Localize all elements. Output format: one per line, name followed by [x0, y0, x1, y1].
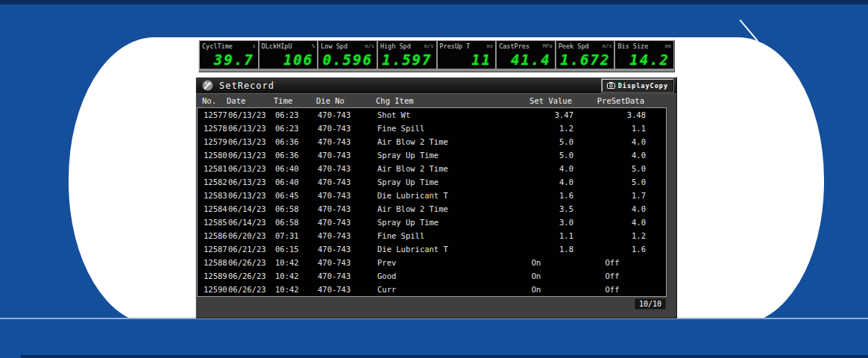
metric-unit: ms — [487, 43, 493, 49]
table-row[interactable]: 1258306/13/2306:45470-743Die Lubricant T… — [198, 189, 666, 202]
table-cell: 3.5 — [499, 202, 573, 216]
table-row[interactable]: 1258106/13/2306:40470-743Air Blow 2 Time… — [198, 162, 666, 175]
metric-value: 0.596 — [323, 51, 373, 68]
table-cell: 12579 — [204, 135, 230, 148]
metric-unit: m/s — [424, 43, 434, 49]
table-cell: On — [499, 269, 573, 283]
table-cell: Off — [579, 269, 646, 283]
table-row[interactable]: 1258606/20/2307:31470-743Fine Spill1.11.… — [198, 229, 666, 242]
table-cell: Air Blow 2 Time — [377, 202, 508, 216]
metric-unit: % — [312, 43, 315, 49]
table-cell: 470-743 — [318, 175, 364, 189]
table-cell: 470-743 — [318, 108, 364, 122]
metric-label: Low Spd — [321, 43, 347, 50]
table-cell: 06:36 — [275, 148, 309, 162]
table-cell: 4.0 — [579, 202, 646, 216]
column-header-no: No. — [202, 94, 229, 107]
table-cell: 12580 — [204, 148, 230, 162]
bottom-accent-bar — [21, 355, 868, 358]
table-cell: Good — [377, 269, 508, 283]
table-row[interactable]: 1257806/13/2306:23470-743Fine Spill1.21.… — [198, 122, 666, 135]
table-cell: 06:45 — [275, 189, 309, 202]
table-cell: 06/26/23 — [228, 269, 276, 283]
column-header-time: Time — [274, 94, 308, 107]
table-cell: 4.0 — [499, 175, 573, 189]
table-cell: Spray Up Time — [377, 175, 508, 189]
table-cell: 1.7 — [579, 189, 646, 202]
column-header-set-value: Set Value — [497, 94, 572, 107]
table-cell: 12585 — [204, 216, 230, 229]
table-row[interactable]: 1258506/14/2306:58470-743Spray Up Time3.… — [198, 216, 666, 229]
table-cell: 470-743 — [318, 122, 364, 135]
table-row[interactable]: 1258206/13/2306:40470-743Spray Up Time4.… — [198, 175, 666, 189]
column-header-chg-item: Chg Item — [376, 94, 506, 107]
metric-panel: High Spd m/s 1.597 — [378, 41, 436, 69]
window-titlebar: SetRecord DisplayCopy — [196, 78, 676, 94]
table-cell: 12589 — [204, 269, 230, 283]
table-row[interactable]: 1258406/14/2306:58470-743Air Blow 2 Time… — [198, 202, 666, 216]
table-cell: 4.0 — [579, 135, 646, 148]
table-cell: 06/20/23 — [228, 229, 276, 242]
metric-panel: Low Spd m/s 0.596 — [318, 41, 377, 69]
table-cell: Fine Spill — [377, 229, 508, 242]
table-cell: 06/13/23 — [228, 122, 276, 135]
window-title: SetRecord — [219, 81, 274, 91]
table-row[interactable]: 1257906/13/2306:36470-743Air Blow 2 Time… — [198, 135, 666, 148]
table-cell: 10:42 — [275, 256, 309, 269]
table-cell: 06:58 — [275, 202, 309, 216]
table-cell: 3.48 — [579, 108, 646, 122]
table-cell: 12588 — [204, 256, 230, 269]
table-cell: 06/21/23 — [228, 242, 276, 256]
metric-label: Peek Spd — [559, 43, 589, 50]
table-cell: 5.0 — [499, 148, 573, 162]
table-row[interactable]: 1257706/13/2306:23470-743Shot Wt3.473.48 — [198, 108, 666, 122]
table-cell: 3.0 — [499, 216, 573, 229]
table-cell: Curr — [377, 283, 508, 296]
table-cell: 5.0 — [579, 175, 646, 189]
table-cell: 470-743 — [318, 189, 364, 202]
table-cell: 06/13/23 — [228, 175, 276, 189]
table-cell: 06/13/23 — [228, 189, 276, 202]
table-row[interactable]: 1259006/26/2310:42470-743CurrOnOff — [198, 283, 666, 296]
table-cell: 470-743 — [318, 283, 364, 296]
table-row[interactable]: 1258006/13/2306:36470-743Spray Up Time5.… — [198, 148, 666, 162]
metric-unit: s — [252, 43, 255, 49]
table-cell: 470-743 — [318, 135, 364, 148]
table-row[interactable]: 1258906/26/2310:42470-743GoodOnOff — [198, 269, 666, 283]
metric-unit: MPa — [543, 43, 553, 49]
metric-label: CastPres — [499, 43, 529, 50]
metric-label: CyclTime — [202, 43, 233, 50]
metric-panel: PresUp T ms 11 — [438, 41, 496, 69]
table-cell: 12584 — [204, 202, 230, 216]
table-row[interactable]: 1258806/26/2310:42470-743PrevOnOff — [198, 256, 666, 269]
table-cell: 1.6 — [579, 242, 646, 256]
display-copy-button[interactable]: DisplayCopy — [602, 79, 673, 92]
table-cell: On — [499, 256, 573, 269]
table-cell: 5.0 — [499, 135, 573, 148]
table-cell: 12582 — [204, 175, 230, 189]
table-cell: 4.0 — [579, 216, 646, 229]
table-cell: 470-743 — [318, 216, 364, 229]
table-cell: 470-743 — [318, 229, 364, 242]
column-header-date: Date — [227, 94, 274, 107]
table-cell: 3.47 — [499, 108, 573, 122]
table-cell: Fine Spill — [377, 122, 508, 135]
table-cell: 5.0 — [579, 162, 646, 175]
metric-value: 41.4 — [511, 51, 551, 68]
metric-value: 106 — [283, 51, 313, 68]
table-cell: 06/13/23 — [228, 148, 276, 162]
table-cell: 470-743 — [318, 162, 364, 175]
table-row[interactable]: 1258706/21/2306:15470-743Die Lubricant T… — [198, 242, 666, 256]
table-cell: 06/14/23 — [228, 216, 276, 229]
bottom-accent-band — [0, 318, 868, 358]
table-cell: 12583 — [204, 189, 230, 202]
metric-value: 11 — [471, 51, 491, 68]
table-footer: 10/10 — [196, 297, 676, 318]
table-cell: Spray Up Time — [377, 216, 508, 229]
table-cell: Shot Wt — [377, 108, 508, 122]
table-cell: 06:15 — [275, 242, 309, 256]
table-cell: 06/13/23 — [228, 162, 276, 175]
table-cell: 06/26/23 — [228, 256, 276, 269]
table-cell: 06:36 — [275, 135, 309, 148]
table-cell: 12577 — [204, 108, 230, 122]
